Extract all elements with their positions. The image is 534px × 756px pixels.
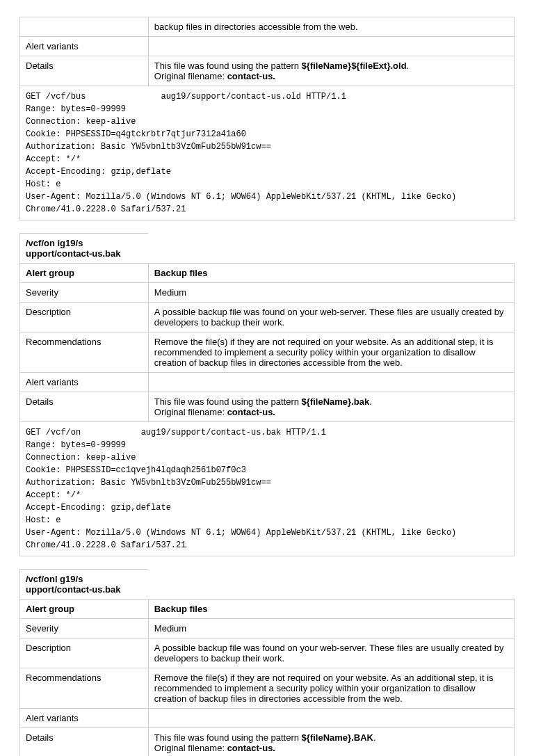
http-request: GET /vcf/bus aug19/support/contact-us.ol… xyxy=(20,86,514,220)
http-request: GET /vcf/on aug19/support/contact-us.bak… xyxy=(20,422,514,556)
details-line2-bold: contact-us. xyxy=(227,71,275,81)
description-value: A possible backup file was found on your… xyxy=(148,303,514,332)
file-path-header-spacer xyxy=(148,570,514,600)
details-line2-bold: contact-us. xyxy=(227,407,275,417)
details-label: Details xyxy=(20,728,149,757)
severity-value: Medium xyxy=(148,619,514,638)
alert-variants-label: Alert variants xyxy=(20,373,149,392)
details-line2-prefix: Original filename: xyxy=(154,71,227,81)
details-value: This file was found using the pattern ${… xyxy=(148,728,514,757)
recommendations-label: Recommendations xyxy=(20,668,149,709)
partial-blank-label xyxy=(20,17,149,37)
file-path-header: /vcf/on ig19/s upport/contact-us.bak xyxy=(20,234,149,264)
recommendations-value: Remove the file(s) if they are not requi… xyxy=(148,332,514,373)
details-text-suffix: . xyxy=(369,396,372,407)
details-pattern: ${fileName}${fileExt}.old xyxy=(302,61,407,71)
recommendations-value: Remove the file(s) if they are not requi… xyxy=(148,668,514,709)
details-text-prefix: This file was found using the pattern xyxy=(154,732,302,743)
partial-continuation-text: backup files in directories accessible f… xyxy=(148,17,514,37)
details-line2-bold: contact-us. xyxy=(227,743,275,753)
severity-value: Medium xyxy=(148,283,514,303)
alert-group-value: Backup files xyxy=(148,600,514,619)
description-value: A possible backup file was found on your… xyxy=(148,638,514,668)
alert-variants-label: Alert variants xyxy=(20,37,149,56)
details-text-suffix: . xyxy=(407,61,410,71)
alert-variants-value xyxy=(148,37,514,56)
details-pattern: ${fileName}.BAK xyxy=(302,732,373,743)
severity-label: Severity xyxy=(20,619,149,638)
alert-group-value: Backup files xyxy=(148,264,514,283)
alert-variants-value xyxy=(148,373,514,392)
alert-table-partial: backup files in directories accessible f… xyxy=(19,17,515,220)
details-text-suffix: . xyxy=(373,732,376,743)
alert-variants-value xyxy=(148,709,514,728)
alert-group-label: Alert group xyxy=(20,600,149,619)
details-label: Details xyxy=(20,56,149,86)
details-value: This file was found using the pattern ${… xyxy=(148,56,514,86)
details-text-prefix: This file was found using the pattern xyxy=(154,61,302,71)
alert-group-label: Alert group xyxy=(20,264,149,283)
details-pattern: ${fileName}.bak xyxy=(302,396,370,407)
file-path-header-spacer xyxy=(148,234,514,264)
alert-table-1: /vcf/onl g19/s upport/contact-us.bak Ale… xyxy=(19,569,515,756)
details-value: This file was found using the pattern ${… xyxy=(148,392,514,422)
description-label: Description xyxy=(20,638,149,668)
details-label: Details xyxy=(20,392,149,422)
details-line2-prefix: Original filename: xyxy=(154,743,227,753)
alert-variants-label: Alert variants xyxy=(20,709,149,728)
description-label: Description xyxy=(20,303,149,332)
alert-table-0: /vcf/on ig19/s upport/contact-us.bak Ale… xyxy=(19,233,515,556)
details-line2-prefix: Original filename: xyxy=(154,407,227,417)
recommendations-label: Recommendations xyxy=(20,332,149,373)
details-text-prefix: This file was found using the pattern xyxy=(154,396,302,407)
file-path-header: /vcf/onl g19/s upport/contact-us.bak xyxy=(20,570,149,600)
severity-label: Severity xyxy=(20,283,149,303)
